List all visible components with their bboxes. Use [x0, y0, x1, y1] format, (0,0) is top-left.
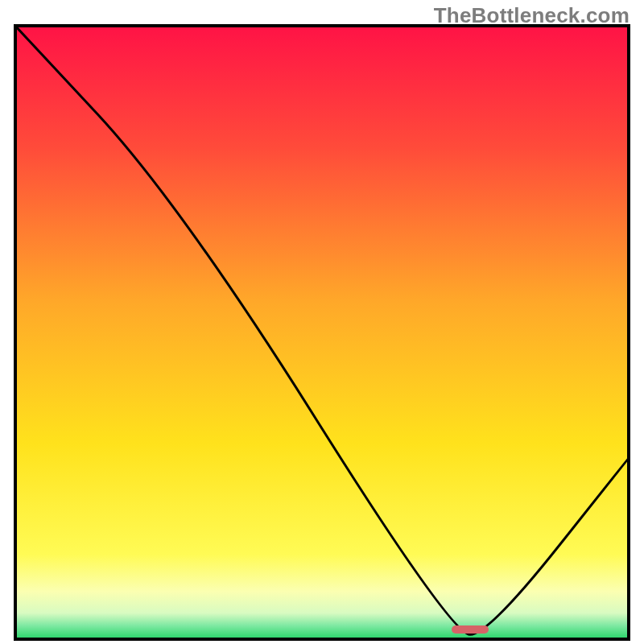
- chart-background-gradient: [14, 24, 630, 641]
- svg-rect-0: [14, 24, 630, 641]
- optimal-range-marker: [452, 625, 489, 634]
- chart-frame: [14, 24, 630, 641]
